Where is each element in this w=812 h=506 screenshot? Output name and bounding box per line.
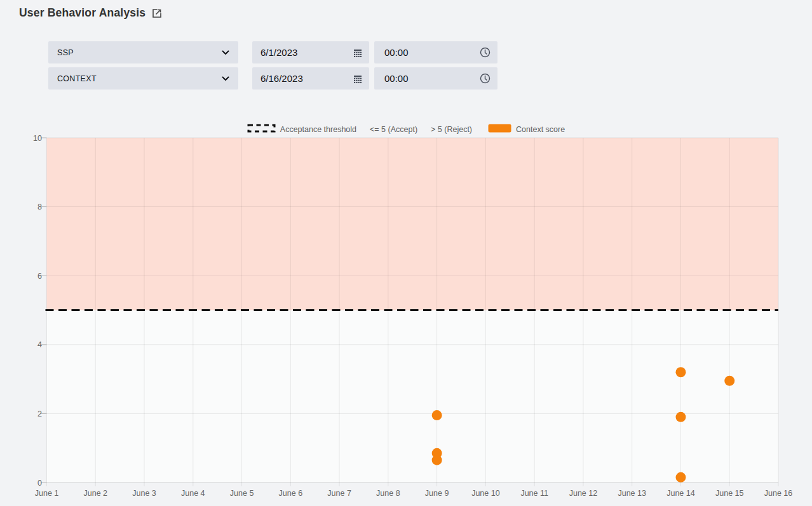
x-axis-label: June 1 [35,489,59,498]
y-axis-label: 8 [37,203,42,211]
x-axis-label: June 13 [618,489,646,498]
data-point[interactable] [432,410,442,420]
x-axis-label: June 5 [230,489,254,498]
x-axis-label: June 9 [425,489,449,498]
data-point[interactable] [675,472,686,483]
x-axis-label: June 4 [181,489,205,498]
data-point[interactable] [432,455,442,465]
scatter-chart: 0246810June 1June 2June 3June 4June 5Jun… [0,0,812,506]
x-axis-label: June 15 [715,489,744,498]
y-axis-label: 0 [37,479,42,488]
x-axis-label: June 3 [132,489,156,498]
x-axis-label: June 11 [520,489,548,498]
x-axis-label: June 8 [376,489,400,498]
x-axis-label: June 2 [84,489,108,498]
data-point[interactable] [675,412,686,422]
y-axis-label: 10 [33,134,42,143]
x-axis-label: June 12 [569,489,598,498]
x-axis-label: June 10 [471,489,500,498]
data-point[interactable] [675,367,686,377]
data-point[interactable] [724,376,734,386]
y-axis-label: 2 [37,409,42,418]
y-axis-label: 4 [37,340,42,349]
y-axis-label: 6 [37,272,42,281]
x-axis-label: June 16 [764,489,793,498]
x-axis-label: June 6 [279,489,303,498]
x-axis-label: June 14 [667,489,695,498]
reject-region [47,138,779,310]
x-axis-label: June 7 [327,489,351,498]
